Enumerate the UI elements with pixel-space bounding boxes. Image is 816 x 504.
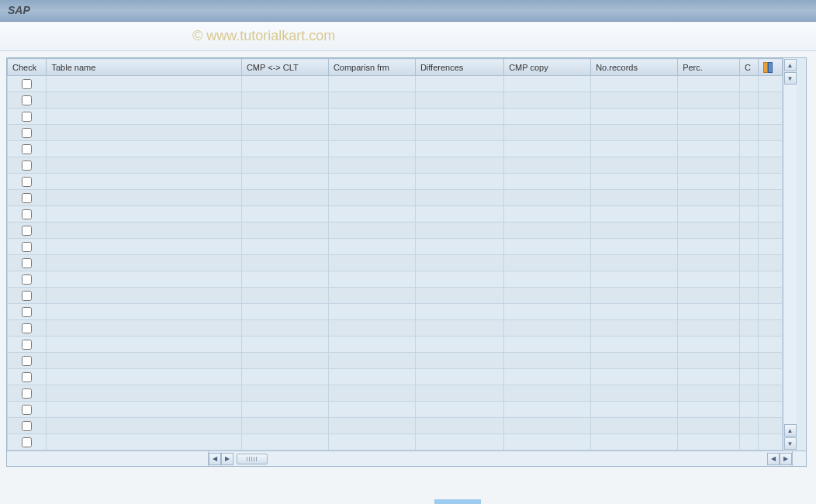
check-cell[interactable] [8,434,47,450]
col-header-check[interactable]: Check [8,59,47,76]
data-cell[interactable] [328,418,415,434]
data-cell[interactable] [678,223,740,239]
data-cell[interactable] [504,109,591,125]
data-cell[interactable] [415,76,503,92]
data-cell[interactable] [415,190,503,206]
data-cell[interactable] [504,353,591,369]
row-checkbox[interactable] [22,421,32,431]
check-cell[interactable] [8,255,47,271]
data-cell[interactable] [591,206,678,223]
data-cell[interactable] [328,255,415,271]
data-cell[interactable] [678,418,740,434]
col-header-perc[interactable]: Perc. [678,59,740,76]
data-cell[interactable] [328,206,415,223]
data-cell[interactable] [47,239,241,255]
data-cell[interactable] [415,304,503,320]
data-cell[interactable] [678,239,740,255]
data-cell[interactable] [740,157,759,174]
data-cell[interactable] [591,157,678,174]
data-cell[interactable] [328,337,415,353]
table-row[interactable] [8,418,783,434]
row-checkbox[interactable] [22,437,32,447]
table-row[interactable] [8,369,783,385]
data-cell[interactable] [241,190,328,206]
data-cell[interactable] [591,109,678,125]
data-cell[interactable] [740,223,759,239]
data-cell[interactable] [415,157,503,174]
data-cell[interactable] [678,255,740,271]
data-cell[interactable] [678,174,740,190]
data-cell[interactable] [47,125,241,141]
data-cell[interactable] [415,288,503,304]
table-row[interactable] [8,141,783,157]
data-cell[interactable] [415,402,503,418]
data-cell[interactable] [678,206,740,223]
scroll-up-button[interactable]: ▲ [784,59,797,71]
data-cell[interactable] [328,174,415,190]
check-cell[interactable] [8,353,47,369]
col-header-no-records[interactable]: No.records [591,59,678,76]
row-checkbox[interactable] [22,79,32,89]
data-cell[interactable] [740,174,759,190]
data-cell[interactable] [740,304,759,320]
data-cell[interactable] [241,320,328,337]
data-cell[interactable] [678,337,740,353]
row-checkbox[interactable] [22,161,32,171]
data-cell[interactable] [504,271,591,288]
data-cell[interactable] [328,320,415,337]
row-checkbox[interactable] [22,388,32,399]
data-cell[interactable] [591,255,678,271]
data-cell[interactable] [504,304,591,320]
data-cell[interactable] [415,174,503,190]
row-checkbox[interactable] [22,291,32,301]
data-cell[interactable] [591,125,678,141]
data-cell[interactable] [678,304,740,320]
data-cell[interactable] [591,190,678,206]
data-cell[interactable] [328,402,415,418]
scroll-left-button-right[interactable]: ◀ [767,453,780,465]
data-cell[interactable] [241,304,328,320]
scroll-left-button[interactable]: ◀ [209,453,221,465]
data-cell[interactable] [591,304,678,320]
col-header-last[interactable]: C [740,59,759,76]
data-cell[interactable] [678,271,740,288]
data-cell[interactable] [415,206,503,223]
data-cell[interactable] [415,92,503,109]
data-cell[interactable] [504,434,591,450]
data-cell[interactable] [47,206,241,223]
check-cell[interactable] [8,402,47,418]
table-row[interactable] [8,206,783,223]
row-checkbox[interactable] [22,323,32,333]
data-cell[interactable] [740,385,759,402]
check-cell[interactable] [8,109,47,125]
data-cell[interactable] [47,141,241,157]
data-cell[interactable] [328,92,415,109]
data-cell[interactable] [241,92,328,109]
data-cell[interactable] [591,174,678,190]
check-cell[interactable] [8,190,47,206]
row-checkbox[interactable] [22,372,32,382]
col-header-cmp-clt[interactable]: CMP <-> CLT [241,59,328,76]
data-cell[interactable] [415,434,503,450]
data-cell[interactable] [328,369,415,385]
data-cell[interactable] [328,434,415,450]
data-cell[interactable] [740,434,759,450]
data-cell[interactable] [241,385,328,402]
data-cell[interactable] [328,288,415,304]
check-cell[interactable] [8,92,47,109]
horizontal-scrollbar[interactable]: ◀ ▶ ◀ ▶ [7,450,806,466]
data-cell[interactable] [415,320,503,337]
row-checkbox[interactable] [22,226,32,236]
row-checkbox[interactable] [22,209,32,219]
data-cell[interactable] [328,385,415,402]
data-cell[interactable] [328,125,415,141]
data-cell[interactable] [241,369,328,385]
row-checkbox[interactable] [22,193,32,203]
data-cell[interactable] [47,271,241,288]
data-cell[interactable] [241,255,328,271]
data-cell[interactable] [328,109,415,125]
data-cell[interactable] [47,320,241,337]
data-cell[interactable] [740,337,759,353]
data-cell[interactable] [328,353,415,369]
data-cell[interactable] [47,76,241,92]
